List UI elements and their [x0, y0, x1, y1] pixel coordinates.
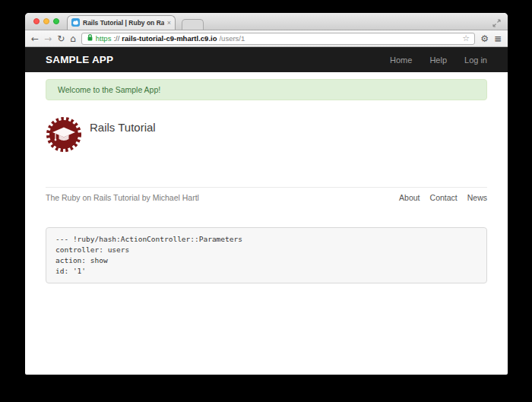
home-icon[interactable]: ⌂	[70, 34, 76, 43]
site-navbar: SAMPLE APP Home Help Log in	[25, 47, 508, 72]
url-scheme: https	[96, 34, 112, 43]
browser-tab[interactable]: Rails Tutorial | Ruby on Ra ×	[67, 15, 176, 30]
url-host: rails-tutorial-c9-mhartl.c9.io	[122, 34, 217, 43]
footer-link-about[interactable]: About	[399, 193, 420, 202]
site-footer: The Ruby on Rails Tutorial by Michael Ha…	[46, 187, 487, 202]
user-name-heading: Rails Tutorial	[90, 121, 156, 134]
debug-line: action: show	[55, 255, 477, 266]
forward-icon[interactable]: →	[44, 34, 52, 43]
window-controls	[33, 18, 59, 24]
rails-tutorial-seal-avatar	[46, 116, 82, 156]
debug-line: --- !ruby/hash:ActionController::Paramet…	[55, 234, 477, 245]
nav-link-help[interactable]: Help	[429, 55, 447, 65]
browser-toolbar: ← → ↻ ⌂ https://rails-tutorial-c9-mhartl…	[25, 30, 508, 47]
user-profile-section: Rails Tutorial	[46, 116, 487, 156]
rails-debug-info-box: --- !ruby/hash:ActionController::Paramet…	[46, 227, 487, 283]
footer-credit-text[interactable]: The Ruby on Rails Tutorial by Michael Ha…	[46, 193, 199, 202]
footer-links: About Contact News	[399, 193, 487, 202]
address-bar[interactable]: https://rails-tutorial-c9-mhartl.c9.io/u…	[81, 33, 475, 45]
browser-window: Rails Tutorial | Ruby on Ra × ← → ↻ ⌂	[25, 13, 508, 375]
minimize-window-button[interactable]	[43, 18, 49, 24]
tab-close-icon[interactable]: ×	[167, 20, 171, 27]
page-content: Welcome to the Sample App! Rails Tutoria…	[25, 72, 508, 283]
favicon-cloud9-icon	[71, 16, 80, 30]
tab-title: Rails Tutorial | Ruby on Ra	[83, 19, 164, 27]
bookmark-star-icon[interactable]: ☆	[462, 33, 470, 43]
url-separator: ://	[113, 34, 119, 43]
nav-links: Home Help Log in	[390, 55, 487, 65]
close-window-button[interactable]	[33, 18, 40, 24]
gear-icon[interactable]: ⚙	[480, 34, 489, 43]
debug-line: id: '1'	[55, 266, 477, 277]
desktop-background: Rails Tutorial | Ruby on Ra × ← → ↻ ⌂	[0, 0, 532, 402]
flash-success-message: Welcome to the Sample App!	[46, 79, 487, 100]
debug-line: controller: users	[55, 245, 477, 255]
back-icon[interactable]: ←	[31, 34, 39, 43]
https-lock-icon	[87, 33, 93, 43]
fullscreen-expand-icon[interactable]	[492, 17, 501, 30]
nav-link-home[interactable]: Home	[390, 55, 412, 65]
zoom-window-button[interactable]	[53, 18, 59, 24]
new-tab-button[interactable]	[182, 19, 204, 30]
brand-link[interactable]: SAMPLE APP	[46, 54, 113, 65]
footer-link-contact[interactable]: Contact	[430, 193, 458, 202]
url-path: /users/1	[219, 34, 245, 43]
footer-link-news[interactable]: News	[467, 193, 487, 202]
menu-hamburger-icon[interactable]: ≡	[494, 34, 502, 43]
nav-link-login[interactable]: Log in	[464, 55, 487, 65]
browser-titlebar: Rails Tutorial | Ruby on Ra ×	[25, 13, 508, 30]
reload-icon[interactable]: ↻	[57, 34, 65, 43]
